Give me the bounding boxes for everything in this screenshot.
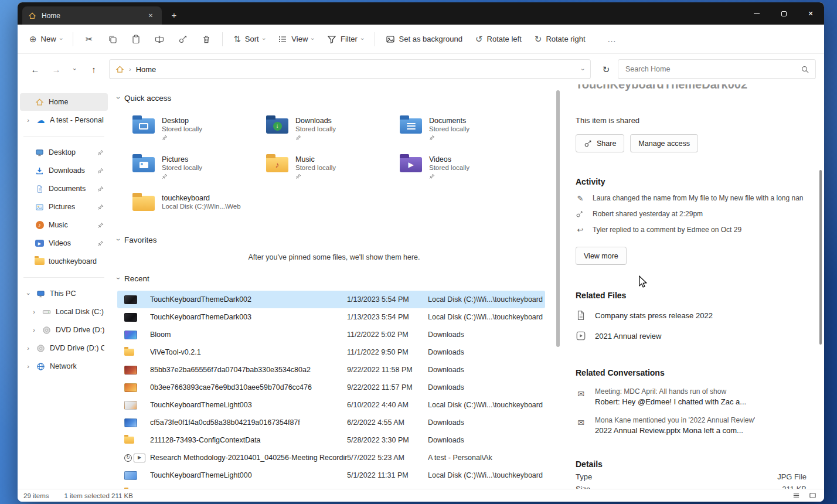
details-view-toggle[interactable] [790, 491, 802, 501]
file-row[interactable]: ViVeTool-v0.2.1 11/1/2022 9:50 PM Downlo… [117, 343, 545, 361]
cut-button[interactable] [78, 29, 100, 49]
quick-access-pictures[interactable]: Pictures Stored locally [132, 154, 266, 186]
chevron-right-icon[interactable] [30, 309, 38, 315]
close-button[interactable] [797, 2, 824, 25]
address-bar[interactable]: Home [109, 59, 591, 79]
sidebar-item-videos[interactable]: Videos [20, 234, 108, 252]
sidebar-item-this-pc[interactable]: This PC [20, 285, 108, 302]
file-location: Local Disk (C:)\Wi...\touchkeyboard [428, 295, 545, 304]
file-name: TouchKeyboardThemeLight000 [150, 471, 347, 479]
set-as-background-button[interactable]: Set as background [380, 30, 468, 48]
search-icon[interactable] [801, 65, 809, 74]
sidebar-item-touchkeyboard[interactable]: touchkeyboard [20, 253, 108, 270]
main-scrollbar[interactable] [554, 84, 562, 489]
tab-close-icon[interactable] [145, 11, 156, 21]
activity-item[interactable]: Tyler replied to a comment by Edmee on O… [576, 226, 807, 234]
sidebar-item-dvd-drive-ccc[interactable]: DVD Drive (D:) CCC [20, 339, 108, 357]
sort-button[interactable]: Sort [227, 30, 271, 47]
address-dropdown-icon[interactable] [580, 68, 587, 70]
share-button[interactable]: Share [576, 134, 624, 152]
see-more-button[interactable] [601, 29, 623, 49]
file-row[interactable]: TouchKeyboardThemeDark003 1/13/2023 5:54… [117, 308, 545, 326]
up-button[interactable] [84, 60, 103, 79]
pin-icon [429, 173, 469, 179]
rotate-left-button[interactable]: Rotate left [469, 30, 528, 47]
manage-access-button[interactable]: Manage access [630, 134, 698, 152]
chevron-right-icon[interactable] [30, 327, 38, 333]
minimize-button[interactable] [743, 2, 770, 25]
sidebar-item-dvd-drive-cc[interactable]: DVD Drive (D:) CC [20, 321, 108, 339]
quick-access-music[interactable]: Music Stored locally [266, 154, 400, 186]
quick-access-touchkeyboard[interactable]: touchkeyboard Local Disk (C:)\Win...\Web [132, 192, 266, 225]
chevron-right-icon[interactable] [25, 345, 32, 352]
chevron-right-icon[interactable] [25, 363, 32, 370]
file-row[interactable]: cf5a73fe0f1f4a0cd58a38b04219a0167354f87f… [117, 414, 545, 431]
tab-home[interactable]: Home [22, 6, 162, 25]
quick-access-downloads[interactable]: Downloads Stored locally [266, 115, 400, 148]
sidebar-item-downloads[interactable]: Downloads [20, 162, 108, 179]
sidebar-item-documents[interactable]: Documents [20, 180, 108, 197]
quick-access-desktop[interactable]: Desktop Stored locally [132, 115, 266, 148]
rename-button[interactable] [148, 29, 171, 49]
rotate-right-button[interactable]: Rotate right [529, 30, 591, 47]
copy-button[interactable] [101, 29, 124, 49]
file-name: TouchKeyboardThemeDark003 [150, 313, 347, 321]
sidebar-item-home[interactable]: Home [20, 93, 108, 111]
section-recent[interactable]: Recent [117, 273, 551, 284]
details-scrollbar[interactable] [819, 84, 822, 489]
new-tab-button[interactable] [166, 7, 182, 22]
sidebar-item-pictures[interactable]: Pictures [20, 198, 108, 216]
sidebar-item-local-disk-c[interactable]: Local Disk (C:) [20, 303, 108, 321]
collapse-chevron-icon[interactable] [115, 277, 122, 280]
forward-button[interactable] [47, 60, 66, 79]
chevron-right-icon[interactable] [25, 117, 32, 124]
quick-access-videos[interactable]: Videos Stored locally [400, 154, 533, 186]
file-row[interactable]: TouchKeyboardThemeLight003 6/10/2022 4:4… [117, 396, 545, 414]
view-more-button[interactable]: View more [576, 247, 627, 265]
file-row-selected[interactable]: TouchKeyboardThemeDark002 1/13/2023 5:54… [117, 291, 545, 308]
section-quick-access[interactable]: Quick access [117, 93, 551, 103]
maximize-button[interactable] [770, 2, 797, 25]
new-button[interactable]: New [23, 30, 68, 47]
command-bar: New Sort [18, 25, 824, 54]
file-row[interactable]: 0b3ee7663893cae76e9bd310aee59b70d76cc476… [117, 379, 545, 396]
chevron-down-icon[interactable] [25, 290, 32, 297]
sidebar-item-desktop[interactable]: Desktop [20, 144, 108, 161]
file-row[interactable]: 85bb37e2ba65556f7da07047bab330e3534c80a2… [117, 361, 545, 379]
new-icon [29, 35, 37, 43]
back-button[interactable] [26, 60, 45, 79]
view-button[interactable]: View [272, 30, 320, 48]
delete-button[interactable] [195, 29, 217, 49]
tab-bar[interactable]: Home [18, 2, 824, 25]
recent-locations-button[interactable] [66, 62, 84, 76]
thumbnail-view-toggle[interactable] [807, 491, 818, 501]
sidebar-item-network[interactable]: Network [20, 357, 108, 375]
collapse-chevron-icon[interactable] [115, 239, 122, 241]
share-button-toolbar[interactable] [172, 29, 194, 49]
file-row[interactable]: Bloom 11/2/2022 5:02 PM Downloads [117, 326, 545, 343]
related-file-item[interactable]: Company stats press release 2022 [576, 310, 807, 321]
collapse-chevron-icon[interactable] [115, 97, 122, 99]
sidebar-item-onedrive[interactable]: A test - Personal [20, 111, 108, 129]
section-favorites[interactable]: Favorites [117, 234, 551, 245]
quick-access-documents[interactable]: Documents Stored locally [400, 115, 533, 148]
filter-button[interactable]: Filter [321, 30, 370, 48]
refresh-button[interactable] [597, 60, 615, 79]
activity-item[interactable]: Robert shared yesterday at 2:29pm [576, 210, 807, 218]
file-row-partial[interactable]: OfficeInsider-Excel-2.6.3 4/28/2022 10:5… [117, 484, 545, 489]
search-box[interactable] [618, 59, 816, 79]
activity-item[interactable]: Laura changed the name from My file to M… [576, 194, 807, 202]
paste-button[interactable] [125, 29, 147, 49]
conversation-item[interactable]: Mona Kane mentioned you in '2022 Annual … [576, 416, 807, 435]
sidebar-item-music[interactable]: Music [20, 216, 108, 234]
scrollbar-thumb[interactable] [556, 90, 560, 347]
related-file-item[interactable]: 2021 Annual review [576, 331, 807, 341]
file-row[interactable]: 211128-73493-ConfigContextData 5/28/2022… [117, 431, 545, 449]
file-row[interactable]: TouchKeyboardThemeLight000 5/1/2022 11:3… [117, 466, 545, 484]
conversation-item[interactable]: Meeting: MDC April: All hands run of sho… [576, 387, 807, 406]
file-date: 11/2/2022 5:02 PM [347, 331, 428, 339]
search-input[interactable] [624, 64, 796, 74]
file-row[interactable]: Research Methodology-20210401_040256-Mee… [117, 449, 545, 466]
breadcrumb-home[interactable]: Home [136, 65, 156, 74]
scrollbar-thumb[interactable] [819, 170, 822, 345]
